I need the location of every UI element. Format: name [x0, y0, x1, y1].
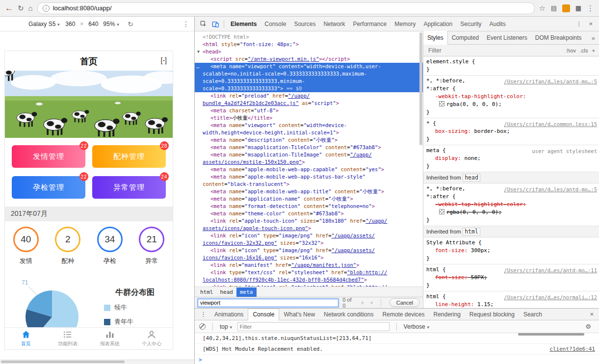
code-line[interactable]: <link rel="apple-touch-icon" sizes="180x… [195, 217, 423, 225]
devtools-tab-network[interactable]: Network [319, 17, 349, 31]
code-line[interactable]: scalable=no,initial-scale=0.333333333333… [195, 70, 423, 78]
element-chip[interactable]: html [463, 228, 480, 235]
code-line[interactable]: <link type="text/css" rel="stylesheet" h… [195, 269, 423, 276]
resource-link[interactable]: icons/favicon-32x32.png" [203, 240, 277, 246]
drawer-tab-network-conditions[interactable]: Network conditions [319, 309, 378, 320]
code-line[interactable]: scale=0.3333333333333333,minimum- [195, 78, 423, 85]
element-classes-button[interactable]: .cls [580, 48, 588, 53]
breadcrumb-item-meta[interactable]: meta [236, 287, 257, 297]
code-line[interactable]: <meta name="msapplication-TileImage" con… [195, 151, 423, 158]
styles-tab-event-listeners[interactable]: Event Listeners [483, 31, 531, 45]
devtools-tab-security[interactable]: Security [456, 17, 485, 31]
styles-filter-input[interactable] [427, 47, 518, 54]
code-line[interactable]: …<meta name="viewport" content="width=de… [195, 63, 423, 70]
code-line[interactable]: <meta name="application-name" content="小… [195, 195, 423, 203]
color-swatch[interactable] [439, 209, 444, 214]
code-line[interactable]: localhost:8080/ff920c4b-11ec-432d-bff0-b… [195, 276, 423, 284]
code-line[interactable]: assets/icons/mstile-150x150.png"> [195, 158, 423, 166]
drawer-tab-console[interactable]: Console [248, 309, 279, 320]
orange-extension-icon[interactable] [562, 4, 570, 12]
resource-link[interactable]: "/uapp/ [288, 93, 310, 99]
styles-tab-styles[interactable]: Styles [423, 31, 448, 45]
address-bar[interactable]: i localhost:8080/uapp/ [37, 2, 535, 14]
app-button-faqing[interactable]: 发情管理22 [12, 145, 85, 168]
styles-tab-dom-breakpoints[interactable]: DOM Breakpoints [531, 31, 586, 45]
reader-extension-icon[interactable]: ▤ [550, 4, 558, 12]
page-info-icon[interactable]: i [43, 5, 50, 12]
console-level-select[interactable]: Verbose▼ [404, 323, 430, 330]
resource-link[interactable]: "/uapp/assets/ [332, 247, 375, 253]
app-tab-profile[interactable]: 个人中心 [131, 328, 173, 349]
drawer-tab-request-blocking[interactable]: Request blocking [465, 309, 519, 320]
code-line[interactable]: <meta name="theme-color" content="#673ab… [195, 210, 423, 217]
resource-link[interactable]: localhost:8080/ff920c4b-11ec-432d-bff0-b… [203, 277, 364, 283]
more-tabs-icon[interactable]: » [588, 34, 599, 42]
overflow-ellipsis-icon[interactable]: … [196, 63, 199, 70]
device-select[interactable]: Galaxy S5▼ [28, 21, 60, 27]
code-line[interactable]: width,height=device-height,initial-scale… [195, 129, 423, 136]
search-previous-icon[interactable]: ∧ [360, 300, 365, 305]
code-line[interactable]: <link rel="preload" href="/uapp/ [195, 92, 423, 100]
code-line[interactable]: <meta charset="utf-8"> [195, 107, 423, 114]
app-tab-home[interactable]: 首页 [5, 328, 47, 349]
code-line[interactable]: icons/favicon-16x16.png" sizes="16x16"> [195, 254, 423, 261]
resource-link[interactable]: "/uapp/manifest.json" [291, 262, 356, 268]
console-source-link[interactable]: client?1de6:41 [549, 346, 595, 352]
code-line[interactable]: <meta name="description" content="小牧童"> [195, 136, 423, 144]
stylesheet-link[interactable]: /Users/crifan/d…es/normali…:12 [504, 293, 597, 301]
vertical-scrollbar-thumb[interactable] [419, 32, 422, 145]
code-line[interactable]: <link rel="manifest" href="/uapp/manifes… [195, 261, 423, 269]
drawer-tab-what-s-new[interactable]: What's New [279, 309, 319, 320]
code-line[interactable]: content="black-translucent"> [195, 181, 423, 188]
code-line[interactable]: icons/favicon-32x32.png" sizes="32x32"> [195, 239, 423, 247]
code-line[interactable]: <link rel="icon" type="image/png" href="… [195, 247, 423, 254]
app-button-peizhong[interactable]: 配种管理28 [92, 145, 166, 168]
console-scrollbar-thumb[interactable] [518, 333, 584, 336]
devtools-tab-elements[interactable]: Elements [227, 17, 260, 31]
devtools-tab-sources[interactable]: Sources [290, 17, 319, 31]
code-line[interactable]: <html style="font-size: 48px;"> [195, 41, 423, 48]
breadcrumb-item-head[interactable]: head [217, 287, 237, 297]
devtools-tab-console[interactable]: Console [260, 17, 290, 31]
stylesheet-link[interactable]: /Users/crifan/d…les/antd-mo…:5 [504, 185, 597, 193]
drawer-tab-remote-devices[interactable]: Remote devices [378, 309, 429, 320]
toggle-device-toolbar-icon[interactable] [209, 21, 221, 27]
app-button-yichang[interactable]: 异常管理24 [92, 176, 166, 199]
code-line[interactable]: <link rel="icon" type="image/png" href="… [195, 232, 423, 239]
code-line[interactable]: <meta name="viewport" content="width=dev… [195, 122, 423, 129]
stylesheet-link[interactable]: /Users/crifan/d…es/antd-mo…:11 [504, 266, 597, 274]
stylesheet-link[interactable]: /Users/crifan/d…les/antd-mo…:5 [504, 78, 597, 85]
drawer-close-icon[interactable]: × [586, 311, 597, 318]
resource-link[interactable]: "/antm-viewport.min.js" [248, 56, 319, 62]
code-line[interactable]: <meta name="format-detection" content="t… [195, 203, 423, 210]
bookmark-star-icon[interactable]: ☆ [539, 4, 546, 12]
code-line[interactable]: <title>小牧童</title> [195, 114, 423, 122]
scrollbar-thumb[interactable] [1, 361, 125, 363]
device-toolbar-menu-icon[interactable]: ⋮ [182, 20, 189, 28]
device-height-field[interactable]: 640 [88, 21, 98, 27]
stylesheet-link[interactable]: /Users/crifan/d…common.less:15 [504, 120, 597, 128]
home-icon[interactable]: ⌂ [28, 4, 33, 12]
console-context-select[interactable]: top▼ [220, 323, 233, 330]
code-line[interactable]: <meta name="apple-mobile-web-app-title" … [195, 188, 423, 195]
resource-link[interactable]: assets/icons/apple-touch-icon.png" [203, 225, 308, 231]
code-line[interactable]: <script src="/antm-viewport.min.js"></sc… [195, 55, 423, 63]
resource-link[interactable]: bundle_4a2df24f2b1dc2e03acc.js" [203, 100, 299, 106]
drawer-tab-rendering[interactable]: Rendering [429, 309, 465, 320]
devtools-tab-application[interactable]: Application [419, 17, 456, 31]
drawer-tab-animations[interactable]: Animations [210, 309, 248, 320]
resource-link[interactable]: "blob:http:// [347, 269, 387, 275]
console-prompt[interactable]: > [195, 355, 599, 364]
horizontal-scrollbar[interactable] [0, 360, 194, 364]
new-style-rule-button[interactable]: + [592, 48, 595, 53]
inspect-element-icon[interactable] [198, 21, 209, 27]
code-line[interactable]: <meta name="apple-mobile-web-app-status-… [195, 173, 423, 181]
devtools-tab-audits[interactable]: Audits [486, 17, 510, 31]
resource-link[interactable]: "/uapp/assets/ [332, 233, 375, 238]
console-settings-gear-icon[interactable]: ⚙ [582, 323, 595, 330]
code-line[interactable]: ▼<head> [195, 48, 423, 55]
code-line[interactable]: scale=0.3333333333333333"> == $0 [195, 85, 423, 92]
reload-icon[interactable]: ↻ [18, 4, 24, 12]
color-swatch[interactable] [439, 101, 444, 106]
devtools-close-icon[interactable]: × [585, 20, 596, 27]
